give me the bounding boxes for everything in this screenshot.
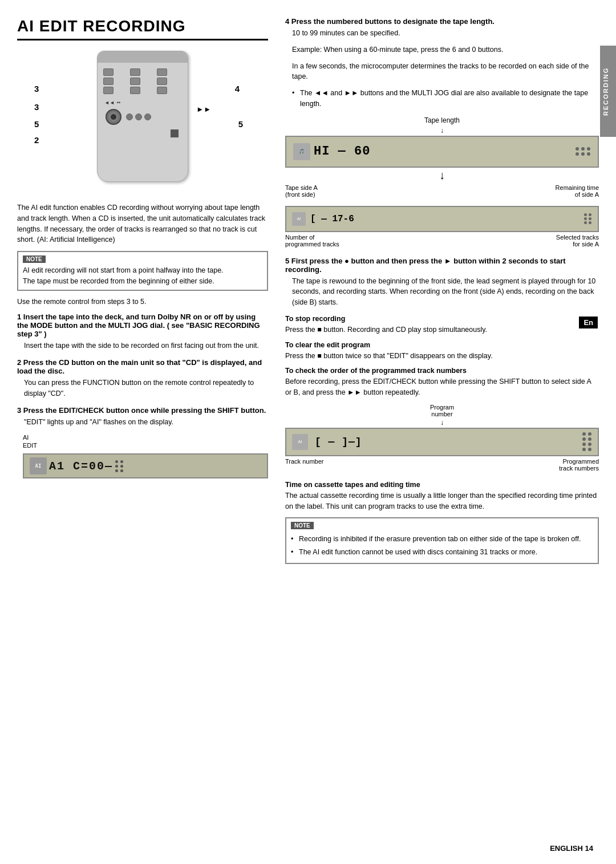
side-tab: RECORDING bbox=[600, 46, 616, 137]
label-4-top: 4 bbox=[235, 84, 240, 94]
tape-length-arrow: ↓ bbox=[285, 127, 599, 135]
tape-side-icon: 🎵 bbox=[293, 143, 310, 160]
en-badge: En bbox=[579, 317, 598, 328]
step-2: 2 Press the CD button on the main unit s… bbox=[17, 358, 268, 399]
remote-top bbox=[98, 51, 188, 63]
tape-display-upper: 🎵 HI — 60 bbox=[285, 136, 599, 168]
step-5: 5 First press the ● button and then pres… bbox=[285, 257, 599, 308]
stop-button-icon bbox=[171, 129, 179, 137]
intro-text: The AI edit function enables CD recordin… bbox=[17, 202, 268, 245]
jog-dial bbox=[106, 109, 121, 125]
remote-dial-row bbox=[98, 107, 188, 127]
step3-body: "EDIT" lights up and "AI" flashes on the… bbox=[24, 417, 268, 428]
remote-btn-2 bbox=[130, 68, 140, 76]
step-4: 4 Press the numbered buttons to designat… bbox=[285, 17, 599, 109]
prog-dot-2 bbox=[588, 432, 591, 436]
prog-dot-4 bbox=[588, 437, 591, 441]
step5-body: The tape is rewound to the beginning of … bbox=[292, 276, 599, 308]
tape-dot-1 bbox=[576, 147, 579, 151]
tape-dot-4 bbox=[576, 152, 579, 156]
selected-tracks-label: Selected tracks for side A bbox=[556, 234, 599, 248]
remote-side-buttons bbox=[126, 113, 151, 120]
prev-icon: ◄◄ bbox=[104, 100, 115, 106]
step1-title: 1 Insert the tape into the deck, and tur… bbox=[17, 313, 268, 338]
note1-title: NOTE bbox=[23, 255, 46, 263]
tape-icon-text: 🎵 bbox=[299, 149, 305, 154]
dot-2 bbox=[120, 460, 123, 463]
tape-lower-icon-text: AI bbox=[297, 217, 301, 221]
step4-body2: Example: When using a 60-minute tape, pr… bbox=[292, 44, 599, 55]
remote-btn-1 bbox=[103, 68, 114, 76]
prog-seg-text: [ — ]—] bbox=[315, 436, 362, 448]
remote-round-btn bbox=[126, 113, 133, 120]
display-icon-text: AI bbox=[35, 463, 42, 469]
remote-illustration: 3 4 3 5 5 2 ►► bbox=[17, 51, 268, 193]
td2-dot-1 bbox=[584, 213, 587, 216]
left-column: AI EDIT RECORDING 3 4 3 5 5 2 ►► bbox=[17, 17, 279, 847]
ff-icon: •• bbox=[117, 100, 120, 106]
prog-dot-5 bbox=[582, 443, 586, 446]
prog-dot-1 bbox=[582, 432, 586, 436]
tape-seg-hi: HI — 60 bbox=[314, 144, 370, 159]
td2-dot-4 bbox=[589, 217, 591, 220]
display-dot-grid bbox=[115, 460, 124, 472]
prog-icon-text: AI bbox=[298, 439, 302, 444]
tape-dot-6 bbox=[587, 152, 590, 156]
tape-dot-5 bbox=[581, 152, 585, 156]
tape-lower-icon: AI bbox=[292, 212, 306, 226]
step3-display: AI A1 C=00— bbox=[23, 453, 268, 478]
prog-labels: Track number Programmed track numbers bbox=[285, 458, 599, 472]
remote-btn-5 bbox=[130, 78, 140, 85]
label-5-right: 5 bbox=[238, 119, 243, 129]
right-column: 4 Press the numbered buttons to designat… bbox=[279, 17, 599, 847]
display-edit-label: EDIT bbox=[23, 442, 268, 449]
remote-btn-7 bbox=[103, 87, 114, 94]
prog-dot-6 bbox=[588, 443, 591, 446]
tape-side-a-label: Tape side A (front side) bbox=[285, 184, 318, 198]
note2-title: NOTE bbox=[291, 522, 314, 529]
step3-display-container: AI EDIT AI A1 C=00— bbox=[23, 434, 268, 478]
num-programmed-label: Number of programmed tracks bbox=[285, 234, 339, 248]
ff-arrow-icon: ►► bbox=[196, 105, 211, 113]
remote-note-text: Use the remote control from steps 3 to 5… bbox=[17, 297, 268, 307]
tape-upper-dots bbox=[576, 147, 591, 156]
prog-icon: AI bbox=[292, 434, 308, 450]
prog-dot-7 bbox=[582, 448, 586, 451]
stop-heading: To stop recording bbox=[285, 315, 599, 323]
step4-title: 4 Press the numbered buttons to designat… bbox=[285, 17, 599, 26]
td2-dot-3 bbox=[584, 217, 587, 220]
check-heading: To check the order of the programmed tra… bbox=[285, 367, 599, 375]
step5-title: 5 First press the ● button and then pres… bbox=[285, 257, 599, 274]
dot-6 bbox=[120, 469, 123, 472]
note1-line-2: The tape must be recorded from the begin… bbox=[23, 276, 262, 287]
label-5-left: 5 bbox=[34, 119, 39, 129]
step3-title: 3 Press the EDIT/CHECK button once while… bbox=[17, 406, 268, 415]
td2-dot-5 bbox=[584, 221, 587, 224]
remote-numpad bbox=[98, 66, 188, 96]
step4-body3: In a few seconds, the microcomputer dete… bbox=[292, 61, 599, 83]
tape-length-diagram: Tape length ↓ 🎵 HI — 60 bbox=[285, 116, 599, 248]
stop-body: Press the ■ button. Recording and CD pla… bbox=[285, 324, 599, 335]
time-body: The actual cassette recording time is us… bbox=[285, 490, 599, 512]
remote-btn-9 bbox=[157, 87, 167, 94]
time-heading: Time on cassette tapes and editing time bbox=[285, 481, 599, 489]
program-arrow: ↓ bbox=[285, 419, 599, 427]
program-diagram: Program number ↓ AI [ — ]—] bbox=[285, 404, 599, 472]
display-icon-block: AI bbox=[30, 457, 47, 474]
remote-btn-3 bbox=[157, 68, 167, 76]
down-arrow-icon: ↓ bbox=[285, 169, 599, 182]
tape-lower-labels: Number of programmed tracks Selected tra… bbox=[285, 234, 599, 248]
dot-4 bbox=[120, 465, 123, 468]
tape-lower-dots bbox=[584, 213, 592, 224]
programmed-tracks-label: Programmed track numbers bbox=[559, 458, 599, 472]
tape-upper-labels: Tape side A (front side) Remaining time … bbox=[285, 184, 599, 198]
remote-round-btn-2 bbox=[135, 113, 142, 120]
tape-display-lower: AI [ — 17-6 bbox=[285, 206, 599, 232]
remote-round-btn-3 bbox=[144, 113, 151, 120]
step1-body: Insert the tape with the side to be reco… bbox=[24, 340, 268, 351]
program-number-label: Program number bbox=[285, 404, 599, 417]
remote-btn-8 bbox=[130, 87, 140, 94]
note2-bullets: Recording is inhibited if the erasure pr… bbox=[291, 534, 593, 558]
note-box-2: NOTE Recording is inhibited if the erasu… bbox=[285, 517, 599, 564]
label-3-top: 3 bbox=[34, 84, 39, 94]
